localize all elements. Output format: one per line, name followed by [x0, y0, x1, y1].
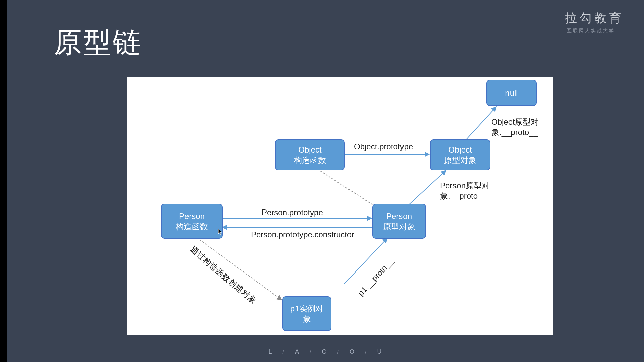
edge-create-by-constructor: 通过构造函数创建对象	[188, 244, 259, 306]
edge-object-proto-proto: Object原型对 象.__proto__	[491, 117, 548, 137]
node-p1-instance: p1实例对 象	[282, 296, 331, 331]
footer-letter: U	[377, 348, 382, 355]
node-null: null	[486, 80, 537, 106]
footer-slash: /	[283, 349, 285, 355]
edge-object-proto-proto-l2: 象.__proto__	[491, 127, 548, 137]
node-p1-line2: 象	[303, 314, 311, 324]
edge-person-proto-proto-l1: Person原型对	[440, 180, 497, 191]
node-object-ctor-line1: Object	[298, 144, 321, 155]
node-object-prototype: Object 原型对象	[430, 139, 490, 170]
brand-main: 拉勾教育	[558, 10, 624, 26]
footer-letter: G	[322, 348, 327, 355]
edge-p1-proto: p1.__proto__	[356, 256, 395, 298]
node-p1-line1: p1实例对	[290, 303, 324, 314]
prototype-chain-diagram: null Object 构造函数 Object 原型对象 Person 构造函数…	[127, 77, 553, 335]
edge-person-proto-proto: Person原型对 象.__proto__	[440, 180, 497, 201]
footer-slash: /	[310, 349, 312, 355]
footer-slash: /	[337, 349, 339, 355]
cursor-pointer-icon	[218, 229, 223, 235]
footer-line-right	[392, 352, 520, 352]
brand-sub: — 互联网人实战大学 —	[558, 28, 624, 34]
brand-logo: 拉勾教育 — 互联网人实战大学 —	[558, 10, 624, 34]
page-title: 原型链	[54, 23, 142, 62]
footer-line-left	[131, 352, 259, 352]
node-person-constructor: Person 构造函数	[161, 204, 223, 239]
node-person-prototype: Person 原型对象	[372, 204, 426, 239]
node-object-proto-line1: Object	[448, 144, 472, 155]
footer-letter: A	[295, 348, 300, 355]
edge-person-prototype-constructor: Person.prototype.constructor	[251, 229, 354, 240]
edge-person-prototype: Person.prototype	[262, 207, 323, 218]
node-person-ctor-line2: 构造函数	[176, 221, 208, 232]
footer-letter: O	[350, 348, 355, 355]
edge-object-prototype: Object.prototype	[354, 141, 413, 152]
node-person-ctor-line1: Person	[179, 211, 205, 221]
node-object-proto-line2: 原型对象	[444, 155, 476, 165]
slide: 原型链 拉勾教育 — 互联网人实战大学 —	[7, 0, 644, 362]
edge-person-proto-proto-l2: 象.__proto__	[440, 191, 497, 201]
footer-letter: L	[269, 348, 273, 355]
node-person-proto-line2: 原型对象	[383, 221, 415, 232]
edge-object-proto-proto-l1: Object原型对	[491, 117, 548, 127]
footer: L / A / G / O / U	[7, 348, 644, 355]
node-null-label: null	[505, 87, 518, 98]
node-person-proto-line1: Person	[386, 211, 412, 221]
node-object-constructor: Object 构造函数	[275, 139, 345, 170]
footer-slash: /	[365, 349, 367, 355]
node-object-ctor-line2: 构造函数	[294, 155, 326, 165]
